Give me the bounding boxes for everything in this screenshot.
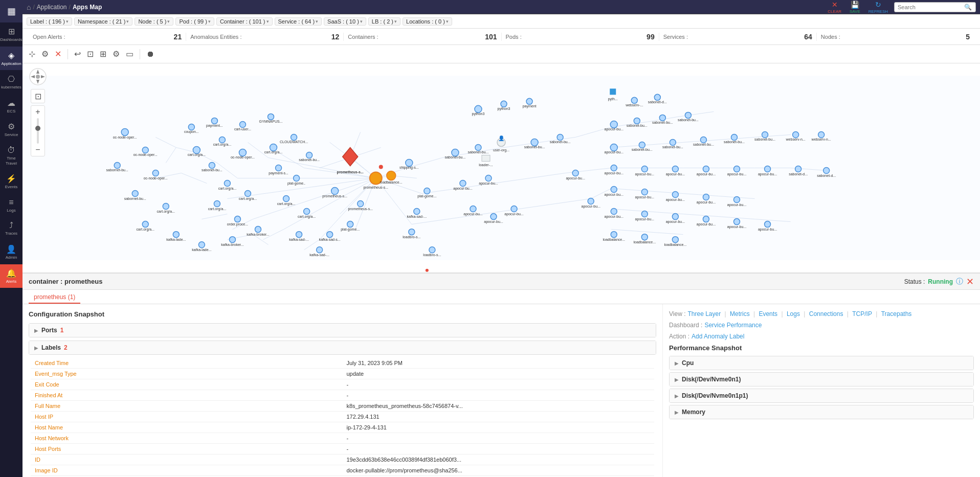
toolbar-btn-record[interactable]: ⏺: [144, 48, 157, 61]
clear-button[interactable]: ✕ CLEAR: [826, 0, 843, 15]
svg-text:pyth...: pyth...: [608, 97, 618, 101]
svg-text:cart.org/a...: cart.org/a...: [157, 210, 175, 214]
svg-point-97: [142, 221, 148, 228]
toolbar-btn-close[interactable]: ✕: [53, 47, 63, 61]
filter-chip-saas[interactable]: SaaS : ( 10 )▾: [324, 17, 366, 26]
info-section: View : Three Layer | Metrics | Events | …: [663, 304, 980, 477]
dashboard-link[interactable]: Service Performance: [704, 322, 762, 329]
filter-chip-lb[interactable]: LB : ( 2 )▾: [368, 17, 400, 26]
sidebar-item-kubernetes[interactable]: ⎔kubernetes: [0, 70, 23, 94]
sidebar-item-admin[interactable]: 👤Admin: [0, 240, 23, 264]
config-field-value: July 31, 2023 9:05 PM: [343, 358, 655, 369]
panel-close-button[interactable]: ✕: [966, 276, 974, 287]
svg-point-103: [193, 146, 200, 153]
view-link-events[interactable]: Events: [759, 310, 777, 317]
svg-point-214: [641, 166, 648, 172]
sidebar-item-alerts[interactable]: 🔔Alerts: [0, 264, 23, 288]
zoom-plus-button[interactable]: +: [35, 108, 40, 116]
home-icon[interactable]: ⌂: [27, 3, 31, 11]
action-row: Action : Add Anomaly Label: [669, 333, 974, 340]
panel-title: container : prometheus: [29, 278, 102, 285]
perf-item-disk--dev-nvme0n1p1-: ▶ Disk(/Dev/Nvme0n1p1): [669, 389, 974, 403]
toolbar-btn-config[interactable]: ⚙: [110, 47, 122, 61]
perf-item-header[interactable]: ▶ Memory: [670, 405, 973, 419]
toolbar-btn-group[interactable]: ⊡: [85, 47, 96, 61]
sidebar-item-traces[interactable]: ⤴Traces: [0, 217, 23, 240]
bottom-panel: container : prometheus Status : Running …: [23, 272, 980, 477]
panel-tab-prometheus[interactable]: prometheus (1): [29, 291, 80, 304]
refresh-button[interactable]: ↻ REFRESH: [866, 0, 890, 15]
svg-point-230: [641, 189, 648, 195]
sidebar-item-service[interactable]: ⚙Service: [0, 118, 23, 142]
toolbar-btn-monitor[interactable]: ▭: [124, 47, 136, 61]
view-link-logs[interactable]: Logs: [787, 310, 800, 317]
filter-chip-pod[interactable]: Pod : ( 99 )▾: [175, 17, 214, 26]
filter-chip-locations[interactable]: Locations : ( 0 )▾: [403, 17, 452, 26]
svg-point-210: [818, 131, 825, 138]
svg-point-267: [501, 101, 507, 107]
filter-chip-node[interactable]: Node : ( 5 )▾: [135, 17, 173, 26]
pan-control[interactable]: [29, 67, 47, 86]
svg-text:webserv-...: webserv-...: [625, 103, 643, 107]
panel-header: container : prometheus Status : Running …: [23, 274, 980, 290]
ports-header[interactable]: ▶ Ports 1: [29, 324, 656, 337]
search-input[interactable]: [898, 4, 964, 10]
action-link[interactable]: Add Anomaly Label: [692, 333, 744, 340]
sidebar-item-events[interactable]: ⚡Events: [0, 170, 23, 194]
svg-text:webserv-n...: webserv-n...: [811, 138, 831, 141]
svg-point-246: [733, 219, 740, 225]
filter-chip-namespace[interactable]: Namespace : ( 21 )▾: [74, 17, 133, 26]
ports-label: Ports: [41, 327, 57, 334]
view-link-three layer[interactable]: Three Layer: [687, 310, 721, 317]
sidebar-item-application[interactable]: ◈Application: [0, 47, 23, 71]
svg-point-188: [610, 121, 617, 128]
svg-rect-282: [482, 155, 490, 161]
svg-text:sabonet-bu...: sabonet-bu...: [662, 145, 683, 149]
svg-text:apocur-bu...: apocur-bu...: [666, 198, 685, 202]
labels-header[interactable]: ▶ Labels 2: [29, 341, 656, 354]
network-graph[interactable]: oc-node-oper... oc-node-oper... sabornet…: [23, 63, 980, 272]
topbar-actions: ✕ CLEAR 💾 SAVE ↻ REFRESH 🔍: [826, 0, 976, 15]
svg-text:apocur-bu...: apocur-bu...: [582, 205, 600, 209]
svg-text:apocur-bu...: apocur-bu...: [484, 220, 503, 224]
toolbar-btn-select[interactable]: ⊹: [27, 47, 37, 61]
map-container[interactable]: ⊡ + −: [23, 63, 980, 272]
svg-text:prometheus-s...: prometheus-s...: [363, 186, 388, 190]
svg-point-137: [296, 232, 302, 238]
filter-chip-label[interactable]: Label : ( 196 )▾: [27, 17, 72, 26]
svg-text:sabonet-bu...: sabonet-bu...: [444, 155, 465, 159]
view-link-tcp-ip[interactable]: TCP/IP: [852, 310, 872, 317]
toolbar-btn-ungroup[interactable]: ⊞: [98, 47, 108, 61]
svg-point-109: [209, 162, 215, 168]
svg-text:oc-node-oper...: oc-node-oper...: [113, 135, 137, 140]
stat-item-openalerts: Open Alerts :21: [29, 33, 186, 41]
config-field-value: update: [343, 369, 655, 379]
zoom-fit-button[interactable]: ⊡: [31, 89, 45, 103]
save-label: SAVE: [850, 9, 860, 14]
sidebar-item-dashboards[interactable]: ⊞Dashboards: [0, 22, 23, 47]
view-link-tracepaths[interactable]: Tracepaths: [881, 310, 912, 317]
toolbar-btn-arrow[interactable]: ↩: [72, 47, 83, 61]
sidebar-item-ecs[interactable]: ☁ECS: [0, 94, 23, 118]
filter-chip-container[interactable]: Container : ( 101 )▾: [216, 17, 273, 26]
labels-count: 2: [64, 344, 68, 351]
sidebar-item-logs[interactable]: ≡Logs: [0, 194, 23, 217]
save-button[interactable]: 💾 SAVE: [848, 0, 862, 15]
sidebar-item-time-travel[interactable]: ⏱Time Travel: [0, 142, 23, 170]
svg-point-212: [611, 165, 617, 171]
zoom-slider[interactable]: [37, 118, 39, 144]
svg-text:sabonet-bu...: sabonet-bu...: [652, 121, 673, 124]
view-link-connections[interactable]: Connections: [809, 310, 843, 317]
perf-item-header[interactable]: ▶ Disk(/Dev/Nvme0n1): [670, 373, 973, 386]
zoom-minus-button[interactable]: −: [35, 146, 40, 154]
perf-item-header[interactable]: ▶ Cpu: [670, 356, 973, 370]
perf-item-header[interactable]: ▶ Disk(/Dev/Nvme0n1p1): [670, 389, 973, 402]
toolbar-btn-settings[interactable]: ⚙: [39, 47, 51, 61]
time-travel-icon: ⏱: [7, 146, 15, 155]
filter-chip-service[interactable]: Service : ( 64 )▾: [275, 17, 322, 26]
svg-rect-259: [610, 88, 616, 95]
status-info-icon[interactable]: ⓘ: [956, 277, 963, 286]
svg-point-196: [610, 144, 617, 151]
breadcrumb-application[interactable]: Application: [37, 4, 67, 11]
view-link-metrics[interactable]: Metrics: [730, 310, 750, 317]
